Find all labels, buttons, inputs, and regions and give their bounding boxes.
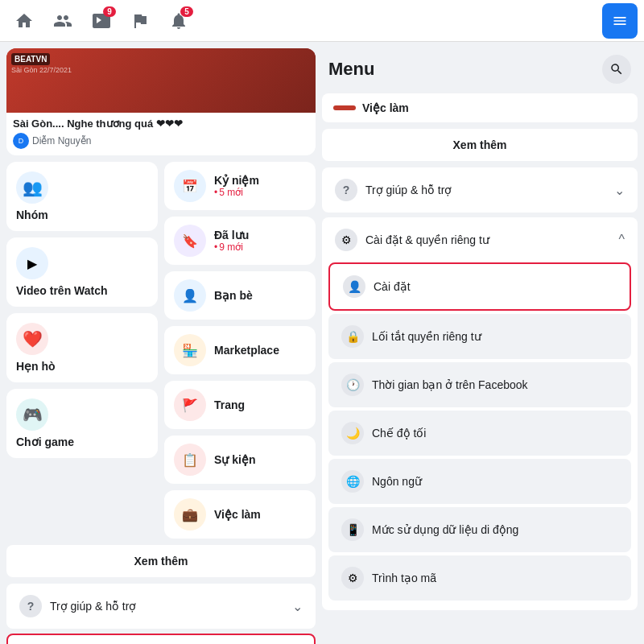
right-cai-dat-header[interactable]: ⚙ Cài đặt & quyền riêng tư ^	[322, 217, 638, 262]
beatvn-badge: BEATVN	[11, 53, 50, 65]
main-content: BEATVN Sài Gòn 22/7/2021 Sài Gòn.... Ngh…	[0, 42, 644, 644]
left-xem-them-button[interactable]: Xem thêm	[6, 545, 316, 577]
viec-lam-item[interactable]: 💼 Việc làm	[164, 490, 316, 539]
marketplace-icon: 🏪	[174, 334, 206, 366]
da-luu-info: Đã lưu •9 mới	[214, 229, 249, 253]
globe-icon: 🌐	[341, 470, 364, 493]
right-tro-giup-accordion[interactable]: ? Trợ giúp & hỗ trợ ⌄	[322, 167, 638, 213]
hen-ho-icon: ❤️	[16, 323, 48, 355]
video-date: Sài Gòn 22/7/2021	[11, 66, 72, 74]
nhom-item[interactable]: 👥 Nhóm	[6, 162, 158, 231]
search-button[interactable]	[602, 55, 631, 84]
marketplace-item[interactable]: 🏪 Marketplace	[164, 326, 316, 374]
video-thumbnail: BEATVN Sài Gòn 22/7/2021	[6, 48, 316, 113]
loi-tat-label: Lối tắt quyền riêng tư	[372, 330, 618, 343]
ngon-ngu-item[interactable]: 🌐 Ngôn ngữ	[328, 459, 631, 504]
cai-dat-user-icon: 👤	[343, 275, 365, 298]
viec-lam-chip[interactable]: Việc làm	[322, 93, 638, 122]
nav-icons-left: 9 5	[6, 3, 602, 39]
nav-home-button[interactable]	[6, 3, 42, 39]
question-icon: ?	[19, 595, 42, 617]
ban-be-item[interactable]: 👤 Bạn bè	[164, 271, 316, 320]
right-xem-them-button[interactable]: Xem thêm	[322, 129, 638, 161]
author-name: Diễm Nguyễn	[32, 135, 91, 147]
che-do-toi-item[interactable]: 🌙 Chế độ tối	[328, 411, 631, 456]
video-author: D Diễm Nguyễn	[13, 133, 309, 149]
viec-lam-chip-label: Việc làm	[362, 101, 409, 114]
choi-game-label: Chơi game	[16, 436, 148, 448]
ky-niem-info: Kỷ niệm •5 mới	[214, 174, 259, 198]
da-luu-icon: 🔖	[174, 225, 206, 257]
top-navigation: 9 5	[0, 0, 644, 42]
left-menu-col: 👥 Nhóm ▶ Video trên Watch ❤️ Hẹn hò 🎮 Ch…	[6, 162, 158, 539]
right-settings-content: 👤 Cài đặt 🔒 Lối tắt quyền riêng tư 🕐 Thờ…	[322, 262, 638, 610]
thoi-gian-label: Thời gian bạn ở trên Facebook	[372, 378, 618, 391]
ngon-ngu-label: Ngôn ngữ	[372, 475, 618, 488]
right-gear-icon: ⚙	[335, 229, 357, 251]
right-question-icon: ?	[335, 179, 357, 201]
ky-niem-item[interactable]: 📅 Kỷ niệm •5 mới	[164, 162, 316, 210]
nav-video-button[interactable]: 9	[84, 3, 119, 39]
tro-giup-label: Trợ giúp & hỗ trợ	[50, 600, 284, 613]
ban-be-label: Bạn bè	[214, 289, 253, 302]
clock-icon: 🕐	[341, 374, 364, 396]
right-panel-header: Menu	[322, 48, 638, 93]
marketplace-label: Marketplace	[214, 344, 279, 357]
right-tro-giup-label: Trợ giúp & hỗ trợ	[365, 184, 606, 196]
viec-lam-label: Việc làm	[214, 508, 261, 521]
video-title: Sài Gòn.... Nghe thương quá ❤❤❤	[13, 118, 309, 130]
video-card[interactable]: BEATVN Sài Gòn 22/7/2021 Sài Gòn.... Ngh…	[6, 48, 316, 155]
viec-lam-icon: 💼	[174, 498, 206, 530]
su-kien-item[interactable]: 📋 Sự kiện	[164, 436, 316, 484]
hamburger-button[interactable]	[602, 3, 638, 39]
video-watch-icon: ▶	[16, 247, 48, 279]
nav-bell-button[interactable]: 5	[161, 3, 196, 39]
che-do-toi-label: Chế độ tối	[372, 427, 618, 440]
loi-tat-item[interactable]: 🔒 Lối tắt quyền riêng tư	[328, 314, 631, 359]
nav-flag-button[interactable]	[122, 3, 158, 39]
trang-item[interactable]: 🚩 Trang	[164, 381, 316, 429]
nav-people-button[interactable]	[45, 3, 80, 39]
right-chevron-down-icon: ⌄	[614, 183, 625, 198]
bell-badge: 5	[180, 6, 193, 17]
left-cai-dat-accordion[interactable]: ⚙ Cài đặt & quyền riêng tư ⌄	[6, 634, 316, 644]
right-panel: Menu Việc làm Xem thêm ? Trợ giúp & hỗ t…	[322, 42, 644, 644]
right-cai-dat-item[interactable]: 👤 Cài đặt	[328, 262, 631, 311]
da-luu-badge: •9 mới	[214, 242, 249, 253]
ky-niem-badge: •5 mới	[214, 187, 259, 198]
right-chevron-up-icon: ^	[618, 233, 625, 247]
trang-icon: 🚩	[174, 389, 206, 421]
phone-icon: 📱	[341, 518, 364, 541]
right-tro-giup-header[interactable]: ? Trợ giúp & hỗ trợ ⌄	[322, 167, 638, 213]
thoi-gian-item[interactable]: 🕐 Thời gian bạn ở trên Facebook	[328, 362, 631, 407]
ky-niem-icon: 📅	[174, 170, 206, 202]
right-cai-dat-label: Cài đặt & quyền riêng tư	[365, 233, 610, 246]
video-watch-item[interactable]: ▶ Video trên Watch	[6, 237, 158, 307]
ban-be-icon: 👤	[174, 279, 206, 312]
da-luu-label: Đã lưu	[214, 229, 249, 242]
trinh-tao-ma-item[interactable]: ⚙ Trình tạo mã	[328, 555, 631, 601]
menu-grid: 👥 Nhóm ▶ Video trên Watch ❤️ Hẹn hò 🎮 Ch…	[6, 162, 316, 539]
muc-su-dung-label: Mức sử dụng dữ liệu di động	[372, 523, 618, 536]
da-luu-item[interactable]: 🔖 Đã lưu •9 mới	[164, 217, 316, 265]
nhom-icon: 👥	[16, 171, 48, 204]
choi-game-icon: 🎮	[16, 398, 48, 431]
left-panel: BEATVN Sài Gòn 22/7/2021 Sài Gòn.... Ngh…	[0, 42, 322, 644]
nhom-label: Nhóm	[16, 208, 148, 221]
video-watch-label: Video trên Watch	[16, 284, 148, 297]
su-kien-icon: 📋	[174, 444, 206, 476]
su-kien-label: Sự kiện	[214, 453, 255, 466]
trinh-tao-ma-label: Trình tạo mã	[372, 572, 618, 584]
chevron-down-icon: ⌄	[292, 599, 303, 614]
muc-su-dung-item[interactable]: 📱 Mức sử dụng dữ liệu di động	[328, 507, 631, 552]
right-menu-col: 📅 Kỷ niệm •5 mới 🔖 Đã lưu •9 mới 👤 Bạn	[164, 162, 316, 539]
code-icon: ⚙	[341, 567, 364, 589]
viec-lam-color-bar	[333, 105, 356, 110]
hen-ho-item[interactable]: ❤️ Hẹn hò	[6, 313, 158, 382]
right-cai-dat-accordion: ⚙ Cài đặt & quyền riêng tư ^ 👤 Cài đặt 🔒…	[322, 217, 638, 610]
moon-icon: 🌙	[341, 422, 364, 444]
left-tro-giup-accordion[interactable]: ? Trợ giúp & hỗ trợ ⌄	[6, 584, 316, 629]
right-panel-title: Menu	[328, 59, 374, 80]
choi-game-item[interactable]: 🎮 Chơi game	[6, 389, 158, 458]
cai-dat-item-label: Cài đặt	[374, 280, 617, 293]
